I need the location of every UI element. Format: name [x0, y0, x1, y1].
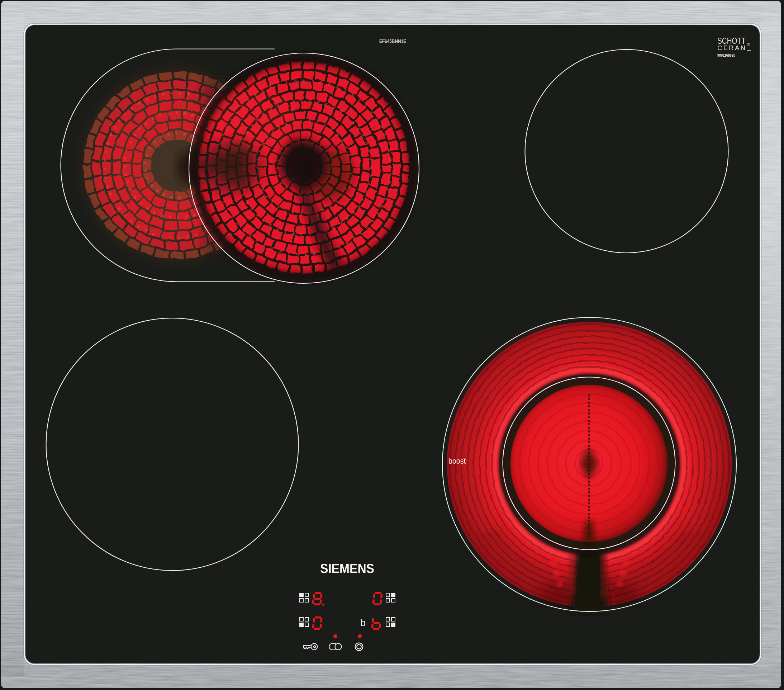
- svg-text:EF645BNN1E: EF645BNN1E: [379, 38, 406, 44]
- svg-text:SIEMENS: SIEMENS: [320, 561, 374, 576]
- svg-text:CERAN: CERAN: [717, 44, 745, 52]
- svg-text:boost: boost: [448, 457, 466, 466]
- svg-text:b: b: [360, 617, 366, 628]
- svg-text:9001168620: 9001168620: [717, 53, 735, 58]
- svg-text:®: ®: [747, 42, 750, 46]
